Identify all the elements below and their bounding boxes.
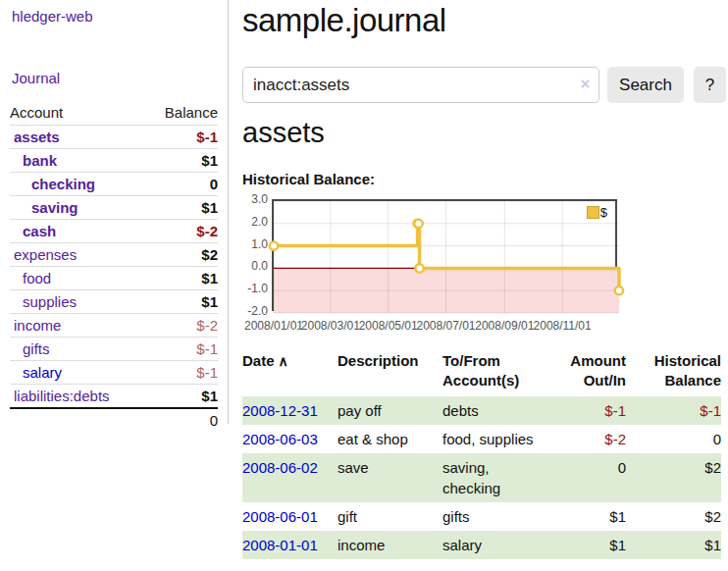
transaction-accounts: saving, checking — [442, 453, 553, 502]
accounts-body: assets$-1bank$1checking0saving$1cash$-2e… — [10, 126, 218, 409]
data-point[interactable] — [615, 286, 623, 294]
tofrom-header-line1: To/From — [442, 351, 546, 371]
x-tick-label: 2008/07/01 — [416, 319, 475, 333]
account-link[interactable]: bank — [10, 152, 57, 169]
transaction-date-link[interactable]: 2008-06-01 — [242, 508, 318, 525]
account-balance: $1 — [145, 385, 218, 409]
transaction-row: 2008-12-31pay offdebts$-1$-1 — [242, 396, 721, 425]
account-balance: $1 — [145, 267, 218, 290]
account-row: assets$-1 — [10, 126, 218, 149]
legend-swatch — [587, 206, 599, 219]
transaction-date-link[interactable]: 2008-06-02 — [242, 459, 318, 476]
x-tick-label: 2008/05/01 — [359, 319, 418, 333]
tofrom-header-line2: Account(s) — [442, 371, 546, 390]
account-link[interactable]: supplies — [10, 293, 77, 310]
data-point[interactable] — [415, 264, 423, 272]
account-balance: $-2 — [145, 220, 218, 243]
balance-header-line1: Historical — [634, 351, 721, 371]
account-balance: 0 — [145, 173, 218, 196]
transaction-description: income — [338, 531, 442, 559]
account-link[interactable]: food — [10, 270, 51, 286]
transaction-date-link[interactable]: 2008-12-31 — [242, 402, 318, 419]
chart-plot-area[interactable]: $ — [272, 199, 617, 311]
register-table: Date∧ Description To/From Account(s) Amo… — [242, 349, 721, 559]
account-row: cash$-2 — [10, 220, 218, 243]
amount-header-line2: Out/In — [553, 371, 626, 390]
account-link[interactable]: cash — [10, 223, 56, 239]
y-tick-label: -1.0 — [242, 282, 268, 295]
account-link[interactable]: saving — [10, 199, 78, 216]
account-link[interactable]: liabilities:debts — [10, 388, 110, 404]
transaction-row: 2008-01-01incomesalary$1$1 — [242, 531, 721, 559]
transaction-date-link[interactable]: 2008-01-01 — [242, 537, 318, 553]
account-link[interactable]: expenses — [10, 246, 77, 263]
main-content: sample.journal × Search ? assets Histori… — [242, 0, 728, 571]
help-button[interactable]: ? — [694, 67, 726, 103]
account-link[interactable]: checking — [10, 176, 95, 192]
transaction-row: 2008-06-01giftgifts$1$2 — [242, 502, 721, 531]
register-header-date[interactable]: Date∧ — [242, 349, 338, 396]
sort-ascending-icon: ∧ — [279, 353, 288, 369]
app-title-link[interactable]: hledger-web — [12, 8, 93, 25]
x-tick-label: 2008/11/01 — [534, 319, 592, 333]
amount-header-line1: Amount — [553, 351, 626, 371]
chart-title: Historical Balance: — [242, 171, 375, 187]
data-point[interactable] — [414, 220, 422, 228]
chart-canvas — [274, 201, 619, 313]
account-row: income$-2 — [10, 314, 218, 337]
account-name-cell: liabilities:debts — [10, 385, 145, 409]
account-row: bank$1 — [10, 149, 218, 173]
transaction-description: eat & shop — [338, 425, 442, 453]
transaction-date-cell: 2008-06-03 — [242, 425, 338, 453]
historical-balance-chart[interactable]: $3.02.01.00.0-1.0-2.02008/01/012008/03/0… — [242, 196, 654, 336]
sidebar-item-journal[interactable]: Journal — [12, 70, 60, 86]
account-row: supplies$1 — [10, 290, 218, 314]
transaction-amount: $-2 — [553, 425, 634, 453]
transaction-balance: $2 — [634, 502, 721, 531]
x-tick-label: 2008/09/01 — [475, 319, 534, 333]
clear-search-icon[interactable]: × — [581, 76, 590, 93]
transaction-balance: $1 — [634, 531, 721, 559]
account-name-cell: salary — [10, 361, 145, 385]
register-header-balance: Historical Balance — [634, 349, 721, 396]
account-balance: $-1 — [145, 126, 218, 149]
page-title: sample.journal — [242, 2, 446, 39]
account-row: saving$1 — [10, 196, 218, 220]
transaction-date-cell: 2008-06-01 — [242, 502, 338, 531]
account-name-cell: income — [10, 314, 145, 337]
transaction-date-cell: 2008-12-31 — [242, 396, 338, 425]
data-point[interactable] — [270, 241, 278, 249]
y-tick-label: 3.0 — [242, 192, 268, 206]
account-name-cell: assets — [10, 126, 145, 149]
accounts-total-row: 0 — [10, 408, 218, 432]
account-link[interactable]: income — [10, 317, 61, 334]
account-row: liabilities:debts$1 — [10, 385, 218, 409]
transaction-date-link[interactable]: 2008-06-03 — [242, 431, 318, 447]
account-balance: $1 — [145, 290, 218, 314]
x-tick-label: 2008/01/01 — [244, 319, 303, 333]
account-row: food$1 — [10, 267, 218, 290]
register-header-description: Description — [338, 349, 442, 396]
transaction-balance: $2 — [634, 453, 721, 502]
account-row: checking0 — [10, 173, 218, 196]
transaction-accounts: salary — [442, 531, 553, 559]
account-link[interactable]: gifts — [10, 340, 50, 357]
account-balance: $-1 — [145, 337, 218, 361]
transaction-date-cell: 2008-06-02 — [242, 453, 338, 502]
transaction-accounts: gifts — [442, 502, 553, 531]
search-button[interactable]: Search — [607, 67, 684, 103]
search-input[interactable] — [253, 69, 567, 101]
account-name-cell: expenses — [10, 243, 145, 267]
transaction-amount: $1 — [553, 531, 634, 559]
sidebar: hledger-web Journal Account Balance asse… — [0, 0, 229, 424]
transaction-amount: $-1 — [553, 396, 634, 425]
account-link[interactable]: assets — [10, 129, 60, 145]
accounts-total-value: 0 — [145, 408, 218, 432]
accounts-header-row: Account Balance — [10, 101, 218, 126]
account-link[interactable]: salary — [10, 364, 62, 381]
account-name-cell: gifts — [10, 337, 145, 361]
account-balance: $-1 — [145, 361, 218, 385]
accounts-header-account: Account — [10, 101, 145, 126]
y-tick-label: -2.0 — [242, 304, 268, 318]
transaction-balance: $-1 — [634, 396, 721, 425]
